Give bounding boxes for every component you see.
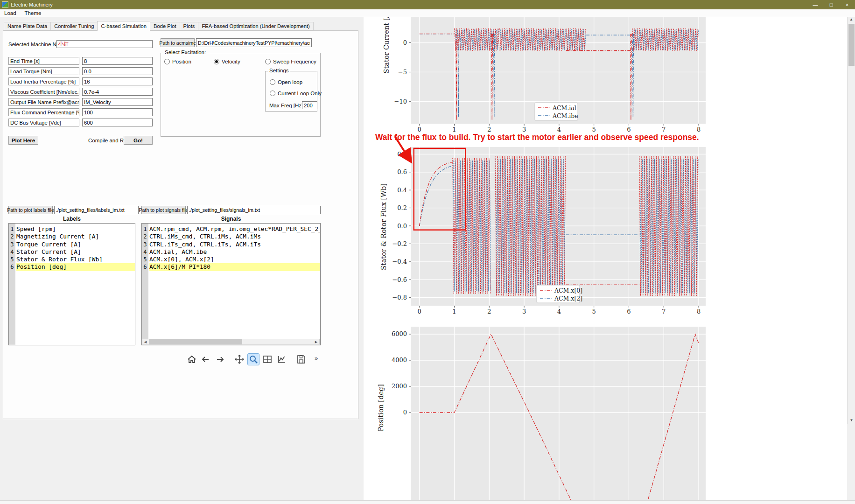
editor-line[interactable]: CTRL.iMs_cmd, CTRL.iMs, ACM.iMs bbox=[149, 233, 320, 240]
param-input-load-torque-nm[interactable] bbox=[82, 67, 153, 75]
tick-label: −10 bbox=[394, 98, 407, 105]
scroll-right-icon[interactable]: ▶ bbox=[313, 339, 319, 344]
home-icon[interactable] bbox=[186, 353, 198, 365]
param-input-viscous-coefficient-nm-elec-rad-s[interactable] bbox=[82, 88, 153, 96]
path-to-plot-labels-button[interactable]: Path to plot labels file bbox=[8, 206, 53, 214]
toolbar-overflow-chevron[interactable]: » bbox=[315, 355, 318, 362]
editor-line[interactable]: Stator Current [A] bbox=[16, 248, 135, 256]
maximize-button[interactable]: □ bbox=[823, 0, 839, 9]
window-title: Electric Machinery bbox=[11, 2, 53, 7]
matplotlib-toolbar bbox=[186, 353, 307, 365]
go-button[interactable]: Go! bbox=[124, 136, 153, 145]
editor-line[interactable]: Stator & Rotor Flux [Wb] bbox=[16, 256, 135, 263]
signals-gutter: 123456 bbox=[142, 224, 148, 345]
param-input-flux-command-percentage[interactable] bbox=[82, 108, 153, 116]
vscroll-thumb[interactable] bbox=[848, 24, 855, 66]
settings-title: Settings bbox=[268, 68, 290, 73]
signals-editor[interactable]: 123456 ACM.rpm_cmd, ACM.rpm, im.omg_elec… bbox=[141, 223, 321, 345]
tab-name-plate-data[interactable]: Name Plate Data bbox=[4, 22, 51, 30]
plot-here-button[interactable]: Plot Here bbox=[8, 136, 38, 145]
app-icon bbox=[2, 1, 8, 8]
line-number: 3 bbox=[142, 241, 148, 248]
editor-line[interactable]: CTRL.iTs_cmd, CTRL.iTs, ACM.iTs bbox=[149, 241, 320, 248]
radio-label: Open loop bbox=[278, 79, 302, 85]
scroll-down-icon[interactable]: ▼ bbox=[848, 416, 855, 424]
radio-icon[interactable] bbox=[270, 79, 275, 85]
line-number: 5 bbox=[9, 256, 15, 263]
tick-label: 6 bbox=[627, 308, 631, 315]
plots-vscrollbar[interactable]: ▲ ▼ bbox=[847, 15, 855, 424]
tab-c-based-simulation[interactable]: C-based Simulation bbox=[97, 21, 150, 31]
param-label-dc-bus-voltage-vdc: DC Bus Voltage [Vdc] bbox=[8, 119, 79, 126]
line-number: 6 bbox=[142, 263, 148, 271]
param-input-end-time-s[interactable] bbox=[82, 57, 153, 65]
param-label-end-time-s: End Time [s] bbox=[8, 57, 79, 65]
tick-label: 4 bbox=[557, 308, 561, 315]
path-to-plot-signals-button[interactable]: Path to plot signals file bbox=[141, 206, 186, 214]
tick-label: 0.4 bbox=[397, 187, 407, 194]
signals-path-input[interactable] bbox=[187, 206, 321, 214]
radio-label: Position bbox=[172, 59, 191, 64]
param-input-output-file-name-prefix-acmsimc[interactable] bbox=[82, 98, 153, 106]
tab-plots[interactable]: Plots bbox=[180, 22, 199, 30]
editor-line[interactable]: Speed [rpm] bbox=[16, 225, 135, 233]
line-number: 5 bbox=[142, 256, 148, 263]
minimize-button[interactable]: — bbox=[807, 0, 823, 9]
tick-label: 0.2 bbox=[397, 204, 407, 211]
radio-icon[interactable] bbox=[164, 59, 170, 64]
tab-controller-tuning[interactable]: Controller Tuning bbox=[50, 22, 98, 30]
editor-line[interactable]: ACM.rpm_cmd, ACM.rpm, im.omg_elec*RAD_PE… bbox=[149, 225, 320, 233]
editor-line[interactable]: Torque Current [A] bbox=[16, 241, 135, 248]
labels-editor[interactable]: 123456 Speed [rpm]Magnetizing Current [A… bbox=[8, 223, 135, 345]
subplots-icon[interactable] bbox=[261, 353, 273, 365]
radio-icon[interactable] bbox=[270, 91, 275, 96]
tab-bode-plot[interactable]: Bode Plot bbox=[150, 22, 180, 30]
tick-label: 0 bbox=[403, 39, 407, 46]
radio-icon[interactable] bbox=[214, 59, 219, 64]
zoom-icon[interactable] bbox=[247, 353, 259, 365]
param-input-load-inertia-percentage[interactable] bbox=[82, 77, 153, 85]
customize-icon[interactable] bbox=[275, 353, 287, 365]
tick-label: 3 bbox=[522, 308, 526, 315]
editor-line[interactable]: ACM.x[0], ACM.x[2] bbox=[149, 256, 320, 263]
hscroll-thumb[interactable] bbox=[149, 339, 242, 344]
acmsimc-path-input[interactable] bbox=[196, 38, 312, 47]
signals-hscrollbar[interactable]: ◀ ▶ bbox=[142, 339, 320, 345]
max-freq-input[interactable] bbox=[302, 101, 317, 109]
save-icon[interactable] bbox=[295, 353, 307, 365]
editor-line[interactable]: Position [deg] bbox=[16, 263, 135, 271]
radio-position[interactable]: Position bbox=[164, 59, 191, 64]
machine-name-input[interactable] bbox=[56, 40, 153, 48]
back-icon[interactable] bbox=[200, 353, 212, 365]
labels-path-input[interactable] bbox=[54, 206, 139, 214]
scroll-left-icon[interactable]: ◀ bbox=[142, 339, 148, 344]
menu-theme[interactable]: Theme bbox=[21, 9, 46, 17]
menu-load[interactable]: Load bbox=[0, 9, 21, 17]
radio-label: Velocity bbox=[222, 59, 240, 64]
tab-fea-based-optimization-under-development[interactable]: FEA-based Optimization (Under Developmen… bbox=[198, 22, 313, 30]
titlebar: Electric Machinery — □ × bbox=[0, 0, 855, 9]
hscroll-track[interactable] bbox=[148, 339, 313, 344]
editor-line[interactable]: ACM.ial, ACM.ibe bbox=[149, 248, 320, 256]
tick-label: 6 bbox=[627, 126, 631, 133]
tick-label: 2000 bbox=[392, 383, 407, 390]
tick-label: 0.0 bbox=[397, 223, 407, 230]
close-button[interactable]: × bbox=[839, 0, 855, 9]
path-to-acmsimc-button[interactable]: Path to acmsimc bbox=[161, 38, 195, 47]
radio-current-loop-only[interactable]: Current Loop Only bbox=[270, 91, 322, 96]
pan-icon[interactable] bbox=[233, 353, 245, 365]
param-label-viscous-coefficient-nm-elec-rad-s: Viscous Coefficient [Nm/elec.rad*s] bbox=[8, 88, 79, 96]
param-input-dc-bus-voltage-vdc[interactable] bbox=[82, 119, 153, 126]
radio-sweep-frequency[interactable]: Sweep Frequency bbox=[265, 59, 316, 64]
tick-label: −0.8 bbox=[392, 294, 407, 301]
editor-line[interactable]: ACM.x[6]/M_PI*180 bbox=[149, 263, 320, 271]
radio-open-loop[interactable]: Open loop bbox=[270, 79, 302, 85]
signals-editor-title: Signals bbox=[141, 216, 321, 222]
tick-label: 5 bbox=[592, 308, 596, 315]
editor-line[interactable]: Magnetizing Current [A] bbox=[16, 233, 135, 240]
forward-icon[interactable] bbox=[214, 353, 226, 365]
line-number: 4 bbox=[142, 248, 148, 256]
line-number: 2 bbox=[142, 233, 148, 240]
radio-icon[interactable] bbox=[265, 59, 271, 64]
radio-velocity[interactable]: Velocity bbox=[214, 59, 240, 64]
